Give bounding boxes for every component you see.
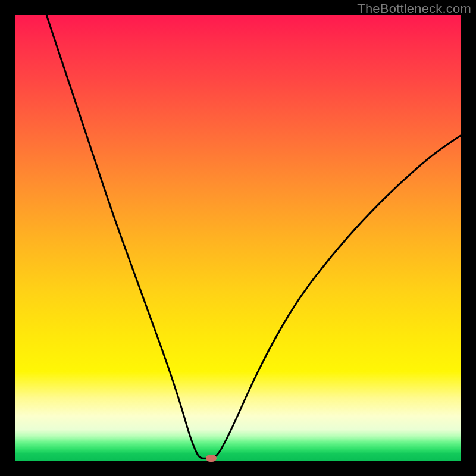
watermark-text: TheBottleneck.com <box>357 1 471 17</box>
plot-area <box>15 15 461 461</box>
chart-container: TheBottleneck.com <box>0 0 476 476</box>
optimum-marker <box>206 455 217 462</box>
bottleneck-curve <box>46 15 461 458</box>
curve-svg <box>15 15 461 461</box>
